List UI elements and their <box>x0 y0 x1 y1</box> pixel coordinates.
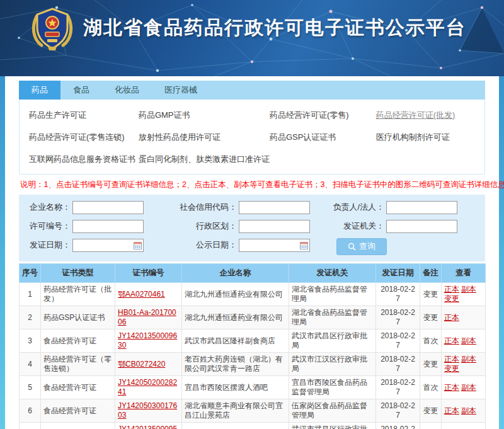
authority-cell: 武汉市武昌区行政审批局 <box>289 423 376 429</box>
view-copy-link[interactable]: 副本 <box>461 336 476 345</box>
cert-no-link[interactable]: JY14201350009630 <box>118 331 177 350</box>
view-actions-cell: 正本 <box>442 306 486 329</box>
company-name-input[interactable] <box>72 201 144 214</box>
cert-link-radioactive[interactable]: 放射性药品使用许可证 <box>139 132 270 143</box>
field-label: 发证日期： <box>25 239 71 251</box>
cert-type-links-panel: 药品生产许可证 药品GMP证书 药品经营许可证(零售) 药品经营许可证(批发) … <box>19 100 485 174</box>
cert-no-cell: JY14205030017603 <box>115 399 182 423</box>
remark-cell: 首次 <box>420 376 442 399</box>
table-row: 1药品经营许可证（批发）鄂AA0270461湖北九州通恒通药业有限公司湖北省食品… <box>20 283 486 306</box>
table-row: 3食品经营许可证JY14201350009630武汉市武昌区隆祥副食商店武汉市武… <box>20 329 486 353</box>
field-label: 企业名称： <box>25 202 71 213</box>
issue-date-cell: 2018-02-27 <box>376 423 420 429</box>
view-copy-link[interactable]: 副本 <box>461 383 476 392</box>
issue-date-cell: 2018-02-27 <box>376 283 420 306</box>
cert-no-link[interactable]: 鄂AA0270461 <box>118 290 165 299</box>
remark-cell: 变更 <box>420 283 442 306</box>
search-button[interactable]: 查询 <box>336 238 387 255</box>
cert-no-link[interactable]: HB01-Aa-20170006 <box>118 308 176 326</box>
cert-no-cell: 鄂CB0272420 <box>115 353 182 376</box>
view-original-link[interactable]: 正本 <box>444 355 459 363</box>
view-change-link[interactable]: 变更 <box>444 364 459 373</box>
cert-no-link[interactable]: JY14201350009541 <box>118 425 177 429</box>
tab-cosmetics[interactable]: 化妆品 <box>102 81 152 100</box>
view-original-link[interactable]: 正本 <box>444 383 459 392</box>
row-index-cell: 7 <box>20 423 41 429</box>
tab-drug[interactable]: 药品 <box>19 81 60 100</box>
cert-type-cell: 药品GSP认证证书 <box>41 306 115 329</box>
cert-link-retail-chain[interactable]: 药品经营许可证(零售连锁) <box>29 132 139 143</box>
cert-no-cell: JY14201350009541 <box>115 423 182 429</box>
table-row: 7食品经营许可证JY14201350009541湖北龙瑊通医疗器械有限公司武汉市… <box>20 423 486 429</box>
remark-cell: 首次 <box>420 329 442 353</box>
credit-code-input[interactable] <box>239 201 310 214</box>
license-no-input[interactable] <box>72 220 144 233</box>
cert-type-cell: 食品经营许可证 <box>41 423 115 429</box>
remark-cell: 变更 <box>420 353 442 376</box>
remark-cell: 变更 <box>420 399 442 423</box>
authority-input[interactable] <box>386 220 457 233</box>
authority-cell: 武汉市武昌区行政审批局 <box>289 329 376 353</box>
cert-link-medical-preparation[interactable]: 医疗机构制剂许可证 <box>376 132 484 143</box>
cert-no-link[interactable]: 鄂CB0272420 <box>118 360 165 369</box>
tab-food[interactable]: 食品 <box>60 81 102 100</box>
tab-medical-device[interactable]: 医疗器械 <box>152 81 210 100</box>
cert-link-gsp[interactable]: 药品GSP认证证书 <box>270 132 376 143</box>
row-index-cell: 4 <box>20 353 41 376</box>
cert-type-cell: 药品经营许可证（零售连锁） <box>41 353 115 376</box>
cert-link-protein-import[interactable]: 蛋白同化制剂、肽类激素进口准许证 <box>139 154 270 165</box>
view-actions-cell: 正本副本 <box>442 423 486 429</box>
view-copy-link[interactable]: 副本 <box>461 285 476 294</box>
issue-date-cell: 2018-02-27 <box>376 376 420 399</box>
col-header-view: 查看 <box>442 264 486 283</box>
view-actions-cell: 正本副本 <box>442 329 486 353</box>
authority-cell: 湖北省食品药品监督管理局 <box>289 306 376 329</box>
cert-no-link[interactable]: JY14205030017603 <box>118 401 177 420</box>
calendar-icon[interactable] <box>300 241 308 249</box>
issue-date-cell: 2018-02-27 <box>376 306 420 329</box>
field-license-no: 许可编号： <box>25 219 176 233</box>
page-banner: 湖北省食品药品行政许可电子证书公示平台 <box>0 0 504 76</box>
field-authority: 发证机关： <box>328 219 479 233</box>
authority-cell: 湖北省食品药品监督管理局 <box>289 283 376 306</box>
view-original-link[interactable]: 正本 <box>444 336 459 345</box>
view-change-link[interactable]: 变更 <box>444 294 459 303</box>
cert-link-retail[interactable]: 药品经营许可证(零售) <box>270 110 376 121</box>
main-container: 药品 食品 化妆品 医疗器械 药品生产许可证 药品GMP证书 药品经营许可证(零… <box>5 76 499 429</box>
table-row: 6食品经营许可证JY14205030017603湖北省顺意丰商业有限公司宜昌江山… <box>20 399 486 423</box>
view-original-link[interactable]: 正本 <box>444 406 459 415</box>
cert-link-internet-info[interactable]: 互联网药品信息服务资格证书 <box>29 154 139 165</box>
category-tabbar: 药品 食品 化妆品 医疗器械 <box>19 81 485 100</box>
cert-no-cell: JY14201350009630 <box>115 329 182 353</box>
cert-type-cell: 食品经营许可证 <box>41 329 115 353</box>
cert-link-gmp[interactable]: 药品GMP证书 <box>139 110 270 121</box>
company-cell: 武汉市武昌区隆祥副食商店 <box>182 329 289 353</box>
issue-date-cell: 2018-02-27 <box>376 399 420 423</box>
remark-cell: 首次 <box>420 423 442 429</box>
legal-person-input[interactable] <box>386 201 457 214</box>
row-index-cell: 1 <box>20 283 41 306</box>
cert-no-cell: JY14205020028241 <box>115 376 182 399</box>
view-original-link[interactable]: 正本 <box>444 313 459 322</box>
cert-type-cell: 食品经营许可证 <box>41 376 115 399</box>
authority-cell: 武汉市江汉区行政审批局 <box>289 353 376 376</box>
view-copy-link[interactable]: 副本 <box>461 406 476 415</box>
cert-type-cell: 药品经营许可证（批发） <box>41 283 115 306</box>
calendar-icon[interactable] <box>134 241 142 249</box>
cert-link-wholesale[interactable]: 药品经营许可证(批发) <box>376 110 484 121</box>
company-cell: 湖北九州通恒通药业有限公司 <box>182 283 289 306</box>
cert-no-link[interactable]: JY14205020028241 <box>118 378 177 396</box>
row-index-cell: 2 <box>20 306 41 329</box>
col-header-cert-no: 证书编号 <box>115 264 182 283</box>
cert-link-production[interactable]: 药品生产许可证 <box>29 110 139 121</box>
company-cell: 老百姓大药房连锁（湖北）有限公司武汉常青一路店 <box>182 353 289 376</box>
field-label: 行政区划： <box>176 220 237 232</box>
search-button-label: 查询 <box>359 241 375 252</box>
field-region: 行政区划： <box>176 219 328 233</box>
authority-cell: 伍家岗区食品药品监督管理局 <box>289 399 376 423</box>
region-input[interactable] <box>239 220 310 233</box>
table-row: 5食品经营许可证JY14205020028241宜昌市西陵区摆渡人酒吧宜昌市西陵… <box>20 376 486 399</box>
view-original-link[interactable]: 正本 <box>444 285 459 294</box>
cert-no-cell: HB01-Aa-20170006 <box>115 306 182 329</box>
view-copy-link[interactable]: 副本 <box>461 355 476 363</box>
